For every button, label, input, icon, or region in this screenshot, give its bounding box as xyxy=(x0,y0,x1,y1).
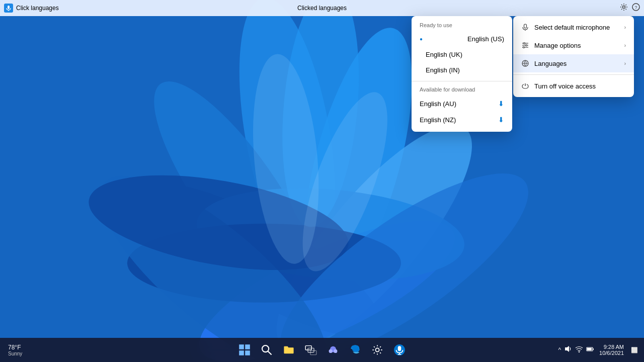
globe-icon xyxy=(522,60,529,67)
app-icon xyxy=(4,4,13,13)
svg-rect-30 xyxy=(239,344,244,349)
svg-point-27 xyxy=(523,47,525,48)
battery-svg-icon xyxy=(586,345,594,353)
notification-button[interactable]: ⬜ xyxy=(629,347,640,353)
tray-chevron[interactable]: ^ xyxy=(558,346,561,353)
weather-condition: Sunny xyxy=(8,351,22,356)
menu-divider xyxy=(513,74,634,75)
menu-label-manage: Manage options xyxy=(534,42,581,49)
file-explorer-button[interactable] xyxy=(279,340,299,360)
download-icon-au: ⬇ xyxy=(498,100,504,108)
svg-marker-47 xyxy=(565,346,569,352)
chat-button[interactable] xyxy=(323,340,343,360)
menu-item-languages-left: Languages xyxy=(521,59,567,67)
svg-rect-15 xyxy=(8,6,10,9)
sliders-icon xyxy=(522,42,529,49)
search-button[interactable] xyxy=(257,340,277,360)
edge-button[interactable] xyxy=(345,340,365,360)
clock-date: 10/6/2021 xyxy=(599,350,624,356)
clock[interactable]: 9:28 AM 10/6/2021 xyxy=(597,344,626,356)
taskbar-right: ^ xyxy=(558,344,640,356)
taskbar: 78°F Sunny xyxy=(0,338,644,362)
language-item-en-uk[interactable]: English (UK) xyxy=(412,47,512,62)
svg-rect-44 xyxy=(398,346,401,351)
manage-options-icon xyxy=(521,41,529,49)
menu-item-turnoff-left: Turn off voice access xyxy=(521,82,596,90)
svg-text:?: ? xyxy=(634,5,637,10)
language-item-en-in[interactable]: English (IN) xyxy=(412,62,512,78)
windows-icon xyxy=(238,344,251,356)
svg-rect-20 xyxy=(524,24,527,28)
svg-rect-31 xyxy=(245,344,250,349)
menu-item-microphone[interactable]: Select default microphone › xyxy=(513,18,634,36)
voice-access-icon xyxy=(393,344,406,356)
settings-taskbar-button[interactable] xyxy=(367,340,387,360)
ready-section-label: Ready to use xyxy=(412,20,512,31)
menu-item-manage-left: Manage options xyxy=(521,41,581,49)
network-icon[interactable] xyxy=(575,345,583,355)
speaker-icon xyxy=(564,345,572,353)
svg-point-17 xyxy=(623,6,625,9)
language-label-en-uk: English (UK) xyxy=(426,51,462,58)
task-view-icon xyxy=(305,344,317,356)
edge-icon xyxy=(349,344,361,356)
svg-point-23 xyxy=(524,43,525,44)
battery-icon[interactable] xyxy=(586,345,594,355)
svg-point-34 xyxy=(262,345,269,352)
clock-time: 9:28 AM xyxy=(604,344,624,350)
menu-label-languages: Languages xyxy=(534,60,567,67)
settings-icon xyxy=(620,3,628,11)
language-item-en-nz[interactable]: English (NZ) ⬇ xyxy=(412,112,512,128)
svg-point-42 xyxy=(375,348,379,351)
menu-item-languages[interactable]: Languages › xyxy=(513,54,634,72)
settings-button[interactable] xyxy=(620,3,628,13)
svg-rect-32 xyxy=(239,350,244,355)
search-icon xyxy=(261,344,273,356)
titlebar-left: Click languages xyxy=(4,4,59,13)
svg-rect-33 xyxy=(245,350,250,355)
weather-temp: 78°F xyxy=(8,344,22,351)
app-name: Click languages xyxy=(16,5,59,12)
language-label-en-nz: English (NZ) xyxy=(420,116,456,124)
wifi-icon xyxy=(575,345,583,353)
volume-icon[interactable] xyxy=(564,345,572,355)
language-label-en-in: English (IN) xyxy=(426,66,460,74)
chevron-languages: › xyxy=(624,61,626,66)
menu-item-manage-options[interactable]: Manage options › xyxy=(513,36,634,54)
chat-icon xyxy=(327,344,339,356)
chevron-microphone: › xyxy=(624,25,626,30)
titlebar-title: Clicked languages xyxy=(297,5,347,12)
chevron-manage: › xyxy=(624,43,626,48)
menu-item-turn-off[interactable]: Turn off voice access xyxy=(513,77,634,95)
svg-point-41 xyxy=(334,349,337,353)
start-button[interactable] xyxy=(234,340,255,360)
language-item-en-us[interactable]: English (US) xyxy=(412,31,512,47)
language-label-en-au: English (AU) xyxy=(420,100,456,108)
language-label-en-us: English (US) xyxy=(467,35,504,43)
task-view-button[interactable] xyxy=(301,340,321,360)
help-button[interactable]: ? xyxy=(632,3,640,13)
submenu-divider xyxy=(412,81,512,81)
languages-submenu: Ready to use English (US) English (UK) E… xyxy=(412,16,512,132)
power-svg-icon xyxy=(522,82,529,89)
svg-point-40 xyxy=(329,349,333,353)
mic-icon xyxy=(6,5,12,11)
language-item-en-au[interactable]: English (AU) ⬇ xyxy=(412,96,512,112)
settings-taskbar-icon xyxy=(371,344,383,356)
voice-menu: Select default microphone › Manage opt xyxy=(513,16,634,97)
svg-line-35 xyxy=(268,351,271,354)
menu-label-turnoff: Turn off voice access xyxy=(534,82,596,90)
download-icon-nz: ⬇ xyxy=(498,116,504,124)
voice-access-button[interactable] xyxy=(389,340,410,360)
titlebar-right: ? xyxy=(620,3,640,13)
svg-point-48 xyxy=(579,351,580,352)
download-section-label: Available for download xyxy=(412,84,512,96)
mic-menu-icon xyxy=(522,24,529,31)
titlebar: Click languages Clicked languages ? xyxy=(0,0,644,16)
languages-icon xyxy=(521,59,529,67)
help-icon: ? xyxy=(632,3,640,11)
svg-rect-51 xyxy=(593,348,594,350)
taskbar-center xyxy=(234,340,410,360)
weather-widget[interactable]: 78°F Sunny xyxy=(4,344,26,356)
svg-point-25 xyxy=(526,45,527,46)
